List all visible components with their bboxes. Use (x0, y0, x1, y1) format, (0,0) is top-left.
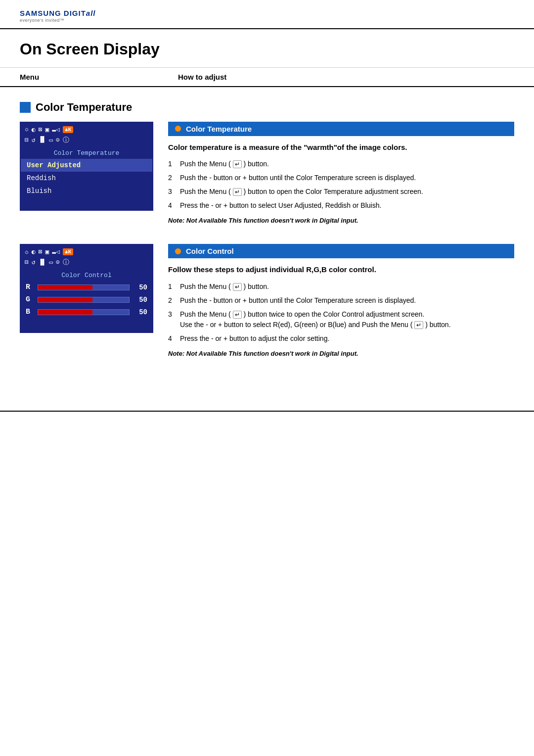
color-control-row: ☼ ◐ ⊠ ▣ ▬◁ ▲K ⊟ ↺ ▐▌ ▭ ⊙ ⓘ Color Control… (20, 244, 514, 357)
cc-step-2: 2 Push the - button or + button until th… (168, 295, 514, 306)
color-temperature-row: ☼ ◐ ⊠ ▣ ▬◁ ▲K ⊟ ↺ ▐▌ ▭ ⊙ ⓘ Color Tempera… (20, 122, 514, 225)
cc-osd-icon-row-1: ☼ ◐ ⊠ ▣ ▬◁ ▲K (21, 245, 152, 257)
page-title-area: On Screen Display (0, 29, 534, 68)
cc-language-icon: ⊟ (25, 258, 29, 266)
cc-dot-icon (175, 248, 181, 254)
cc-header-bar: Color Control (168, 244, 514, 258)
position-icon: ▣ (45, 126, 49, 134)
bottom-border (0, 411, 534, 412)
page-title: On Screen Display (20, 40, 514, 58)
rgb-row-r: R 50 (21, 281, 152, 293)
cc-steps-list: 1 Push the Menu ( ↵ ) button. 2 Push the… (168, 282, 514, 344)
ct-note: Note: Not Available This function doesn'… (168, 217, 514, 224)
brightness-icon: ☼ (25, 126, 29, 133)
cc-magnify-icon: ⊠ (39, 248, 43, 256)
ct-step-3: 3 Push the Menu ( ↵ ) button to open the… (168, 187, 514, 197)
info-icon: ▐▌ (39, 136, 46, 143)
b-bar-bg (38, 309, 130, 315)
ct-step-2: 2 Push the - button or + button until th… (168, 173, 514, 183)
cc-note: Note: Not Available This function doesn'… (168, 350, 514, 357)
osd-pos-icon: ▭ (49, 136, 53, 144)
language-icon: ⊟ (25, 136, 29, 144)
color-temp-icon: ▲K (63, 126, 73, 133)
r-bar-bg (38, 284, 130, 290)
r-value: 50 (134, 284, 147, 291)
menu-col-header: Menu (20, 73, 178, 81)
cc-color-icon: ▲K (63, 248, 73, 255)
memory-icon: ↺ (32, 136, 36, 144)
color-control-instructions: Color Control Follow these steps to adju… (168, 244, 514, 357)
contrast-icon: ◐ (32, 126, 36, 134)
how-to-adjust-col-header: How to adjust (178, 73, 514, 81)
osd-item-user-adjusted: User Adjusted (21, 159, 152, 172)
geometry-icon: ▬◁ (52, 126, 60, 134)
tagline: everyone's invited™ (20, 18, 514, 23)
ct-steps-list: 1 Push the Menu ( ↵ ) button. 2 Push the… (168, 159, 514, 211)
b-bar-fill (38, 310, 92, 315)
b-value: 50 (134, 308, 147, 316)
color-temperature-instructions: Color Temperature Color temperature is a… (168, 122, 514, 225)
cc-step-3: 3 Push the Menu ( ↵ ) button twice to op… (168, 309, 514, 330)
ct-step-1: 1 Push the Menu ( ↵ ) button. (168, 159, 514, 169)
ct-step-4: 4 Press the - or + button to select User… (168, 200, 514, 211)
cc-info-icon: ▐▌ (39, 259, 46, 266)
color-temperature-osd-panel: ☼ ◐ ⊠ ▣ ▬◁ ▲K ⊟ ↺ ▐▌ ▭ ⊙ ⓘ Color Tempera… (20, 122, 153, 211)
cc-osd-icon-row-2: ⊟ ↺ ▐▌ ▭ ⊙ ⓘ (21, 257, 152, 270)
cc-brightness-icon: ☼ (25, 248, 29, 256)
misc-icon: ⓘ (63, 136, 69, 144)
color-temperature-section-title: Color Temperature (36, 101, 132, 114)
osd-icon-row-1: ☼ ◐ ⊠ ▣ ▬◁ ▲K (21, 123, 152, 135)
g-label: G (26, 295, 34, 304)
rgb-row-g: G 50 (21, 293, 152, 306)
b-label: B (26, 308, 34, 316)
header: SAMSUNG DIGITall everyone's invited™ (0, 0, 534, 29)
r-bar-fill (38, 285, 92, 290)
logo: SAMSUNG DIGITall everyone's invited™ (20, 9, 514, 23)
cc-contrast-icon: ◐ (32, 248, 36, 256)
color-control-osd-panel: ☼ ◐ ⊠ ▣ ▬◁ ▲K ⊟ ↺ ▐▌ ▭ ⊙ ⓘ Color Control… (20, 244, 153, 333)
cc-osd-label: Color Control (21, 270, 152, 281)
cc-lead-text: Follow these steps to adjust individual … (168, 264, 514, 276)
g-bar-fill (38, 297, 92, 302)
cc-position-icon: ▣ (45, 248, 49, 256)
osd-item-reddish: Reddish (21, 172, 152, 185)
g-bar-bg (38, 297, 130, 303)
cc-osd-pos-icon: ▭ (49, 258, 53, 266)
magnify-icon: ⊠ (39, 126, 43, 134)
cc-step-4: 4 Press the - or + button to adjust the … (168, 333, 514, 344)
osd-icon-row-2: ⊟ ↺ ▐▌ ▭ ⊙ ⓘ (21, 135, 152, 147)
brand-name: SAMSUNG DIGITall (20, 9, 514, 18)
osd-item-bluish: Bluish (21, 185, 152, 197)
color-temperature-section-title-row: Color Temperature (20, 101, 514, 114)
g-value: 50 (134, 296, 147, 304)
cc-power-icon: ⊙ (56, 258, 60, 266)
r-label: R (26, 283, 34, 291)
color-block-icon (20, 102, 31, 113)
cc-memory-icon: ↺ (32, 258, 36, 266)
cc-misc-icon: ⓘ (63, 258, 69, 267)
column-headers: Menu How to adjust (0, 68, 534, 87)
cc-step-1: 1 Push the Menu ( ↵ ) button. (168, 282, 514, 292)
main-content: Color Temperature ☼ ◐ ⊠ ▣ ▬◁ ▲K ⊟ ↺ ▐▌ ▭… (0, 87, 534, 391)
power-icon: ⊙ (56, 136, 60, 144)
cc-geometry-icon: ▬◁ (52, 248, 60, 256)
osd-ct-label: Color Temperature (21, 147, 152, 159)
cc-header-label: Color Control (186, 247, 234, 255)
rgb-row-b: B 50 (21, 306, 152, 318)
ct-dot-icon (175, 126, 181, 132)
ct-header-bar: Color Temperature (168, 122, 514, 136)
ct-lead-text: Color temperature is a measure of the "w… (168, 142, 514, 153)
ct-header-label: Color Temperature (186, 125, 252, 133)
